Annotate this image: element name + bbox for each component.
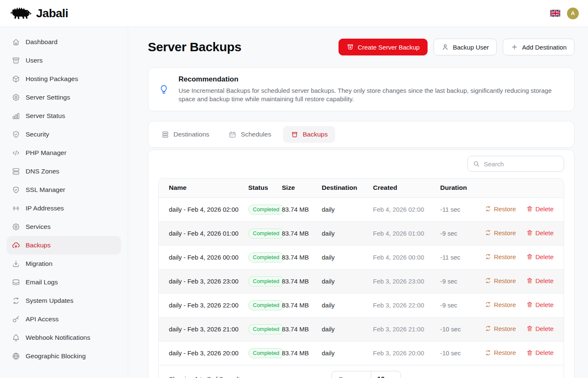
sidebar-item-ip-addresses[interactable]: IP Addresses <box>7 199 121 218</box>
delete-button[interactable]: Delete <box>526 325 554 332</box>
boar-logo-icon <box>9 5 33 22</box>
trash-icon <box>526 229 533 236</box>
sidebar-item-users[interactable]: Users <box>7 51 121 70</box>
restore-icon <box>485 229 491 236</box>
backup-name: daily - Feb 3, 2026 22:00 <box>159 293 248 317</box>
backup-created: Feb 4, 2026 01:00 <box>373 221 440 245</box>
main-content: Server Backups Create Server Backup Back… <box>128 27 588 378</box>
user-avatar[interactable]: A <box>567 8 579 19</box>
backup-size: 83.74 MB <box>282 197 322 221</box>
refresh-icon <box>12 297 20 305</box>
settings-icon <box>12 223 20 231</box>
sidebar-item-hosting-packages[interactable]: Hosting Packages <box>7 70 121 88</box>
backup-size: 83.74 MB <box>282 293 322 317</box>
restore-icon <box>485 253 491 260</box>
status-badge: Completed <box>248 324 284 334</box>
column-header-size: Size <box>282 178 322 197</box>
table-row: daily - Feb 4, 2026 00:00 Completed 83.7… <box>159 245 564 269</box>
lightbulb-icon <box>158 84 169 95</box>
sidebar-item-security[interactable]: Security <box>7 125 121 144</box>
tab-backups[interactable]: Backups <box>283 126 335 143</box>
delete-button[interactable]: Delete <box>526 205 554 213</box>
search-input[interactable] <box>467 156 564 172</box>
delete-button[interactable]: Delete <box>526 253 554 260</box>
sidebar-item-php-manager[interactable]: PHP Manager <box>7 144 121 162</box>
plus-icon <box>511 43 518 51</box>
backups-table: Name Status Size Destination Created Dur… <box>158 178 564 378</box>
backup-duration: -10 sec <box>440 317 481 341</box>
sidebar-item-server-status[interactable]: Server Status <box>7 107 121 125</box>
delete-button[interactable]: Delete <box>526 277 554 284</box>
restore-button[interactable]: Restore <box>485 277 516 284</box>
backup-duration: -9 sec <box>440 293 481 317</box>
delete-button[interactable]: Delete <box>526 301 554 308</box>
restore-button[interactable]: Restore <box>485 205 516 213</box>
uk-flag-icon <box>550 10 560 17</box>
brand-logo[interactable]: Jabali <box>9 5 68 22</box>
restore-button[interactable]: Restore <box>485 253 516 260</box>
sidebar-item-ssl-manager[interactable]: SSL Manager <box>7 181 121 199</box>
trash-icon <box>526 349 533 356</box>
app-header: Jabali A <box>0 0 588 27</box>
sidebar-item-geographic-blocking[interactable]: Geographic Blocking <box>7 347 121 365</box>
user-icon <box>441 43 449 51</box>
package-icon <box>12 75 20 83</box>
add-destination-button[interactable]: Add Destination <box>503 39 575 55</box>
sidebar-item-system-updates[interactable]: System Updates <box>7 291 121 310</box>
sidebar-item-server-settings[interactable]: Server Settings <box>7 88 121 107</box>
restore-icon <box>485 301 491 308</box>
sidebar-item-migration[interactable]: Migration <box>7 255 121 273</box>
column-header-status: Status <box>248 178 282 197</box>
calendar-icon <box>228 131 236 139</box>
column-header-created: Created <box>373 178 440 197</box>
sidebar-item-email-logs[interactable]: Email Logs <box>7 273 121 291</box>
backup-destination: daily <box>322 245 373 269</box>
column-header-name: Name <box>159 178 248 197</box>
restore-button[interactable]: Restore <box>485 301 516 308</box>
backup-size: 83.74 MB <box>282 317 322 341</box>
sidebar-item-backups[interactable]: Backups <box>7 236 121 255</box>
language-switcher[interactable] <box>550 10 560 17</box>
sidebar-item-dashboard[interactable]: Dashboard <box>7 33 121 51</box>
bucket-icon <box>291 131 299 139</box>
archive-icon <box>12 56 20 65</box>
backup-destination: daily <box>322 221 373 245</box>
sidebar: Dashboard Users Hosting Packages Server … <box>0 27 128 378</box>
trash-icon <box>526 325 533 332</box>
status-badge: Completed <box>248 205 284 215</box>
create-server-backup-button[interactable]: Create Server Backup <box>339 39 428 55</box>
restore-button[interactable]: Restore <box>485 229 516 236</box>
sidebar-item-dns-zones[interactable]: DNS Zones <box>7 162 121 181</box>
delete-button[interactable]: Delete <box>526 349 554 356</box>
per-page-value: 10 <box>371 371 400 378</box>
backup-size: 83.74 MB <box>282 221 322 245</box>
backup-name: daily - Feb 4, 2026 00:00 <box>159 245 248 269</box>
trash-icon <box>526 277 533 284</box>
cloud-upload-icon <box>12 241 20 249</box>
restore-icon <box>485 277 491 284</box>
backup-user-button[interactable]: Backup User <box>433 39 497 55</box>
sidebar-item-api-access[interactable]: API Access <box>7 310 121 328</box>
globe-icon <box>12 352 20 360</box>
table-body: daily - Feb 4, 2026 02:00 Completed 83.7… <box>159 197 564 365</box>
backup-destination: daily <box>322 197 373 221</box>
tab-schedules[interactable]: Schedules <box>221 126 278 143</box>
table-header-row: Name Status Size Destination Created Dur… <box>159 178 564 197</box>
backup-duration: -9 sec <box>440 221 481 245</box>
restore-button[interactable]: Restore <box>485 349 516 356</box>
home-icon <box>12 38 20 46</box>
backup-size: 83.74 MB <box>282 245 322 269</box>
table-row: daily - Feb 4, 2026 02:00 Completed 83.7… <box>159 197 564 221</box>
column-header-destination: Destination <box>322 178 373 197</box>
restore-button[interactable]: Restore <box>485 325 516 332</box>
sidebar-item-services[interactable]: Services <box>7 218 121 236</box>
per-page-control[interactable]: Per page 10 <box>331 371 401 378</box>
sidebar-item-webhook-notifications[interactable]: Webhook Notifications <box>7 328 121 347</box>
tab-destinations[interactable]: Destinations <box>154 126 217 143</box>
backup-created: Feb 3, 2026 22:00 <box>373 293 440 317</box>
recommendation-title: Recommendation <box>178 75 564 84</box>
delete-button[interactable]: Delete <box>526 229 554 236</box>
archive-down-icon <box>346 43 354 51</box>
backup-duration: -10 sec <box>440 341 481 365</box>
table-row: daily - Feb 3, 2026 20:00 Completed 83.7… <box>159 341 564 365</box>
